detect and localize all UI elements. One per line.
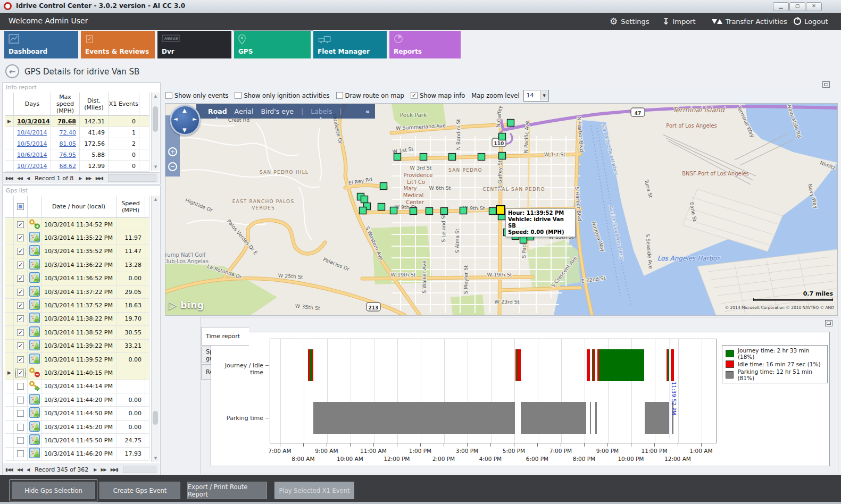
last-page-icon[interactable]: ▶▶▮ [109, 467, 120, 472]
gps-marker[interactable] [520, 237, 527, 243]
max-speed-link[interactable]: 76.95 [60, 152, 77, 158]
column-header-datetime[interactable]: Date / hour (local) [41, 196, 116, 218]
checkbox[interactable] [336, 92, 343, 99]
gps-row[interactable]: ✓10/3/2014 11:36:22 PM13.28 [5, 258, 149, 272]
selected-gps-marker[interactable] [496, 206, 505, 214]
column-header-days[interactable]: Days [14, 93, 51, 116]
scroll-up-icon[interactable]: ▲ [152, 197, 160, 201]
next-fast-icon[interactable]: ▶▶ [84, 176, 93, 181]
prev-page-icon[interactable]: ◀ [24, 176, 31, 181]
import-button[interactable]: ↧ Import [662, 13, 696, 30]
minimize-button[interactable]: ▁ [773, 2, 789, 11]
map-option-draw-route-on-map[interactable]: Draw route on map [336, 92, 404, 99]
gps-row[interactable]: ✓10/3/2014 11:38:22 PM19.70 [5, 313, 149, 326]
checkbox[interactable]: ✓ [411, 92, 418, 99]
max-speed-link[interactable]: 81.05 [60, 140, 77, 147]
gps-row[interactable]: 10/3/2014 11:44:50 PM0.00 [5, 407, 149, 420]
row-checkbox[interactable] [17, 450, 24, 457]
checkbox[interactable] [165, 92, 172, 99]
row-checkbox[interactable]: ✓ [17, 262, 24, 268]
day-link[interactable]: 10/7/2014 [17, 163, 47, 170]
map-style-road[interactable]: Road▲ [208, 107, 227, 115]
next-page-icon[interactable]: ▶ [91, 467, 98, 472]
gps-marker[interactable] [420, 154, 427, 161]
gps-row[interactable]: ▶✓10/3/2014 11:40:15 PM [5, 366, 149, 380]
settings-button[interactable]: ⚙ Settings [610, 13, 650, 30]
tab-fleet-manager[interactable]: Fleet Manager [313, 31, 387, 58]
row-checkbox[interactable]: ✓ [17, 248, 24, 255]
export-print-route-report-button[interactable]: Export / Print Route Report [187, 482, 267, 499]
map-toolbar-collapse[interactable]: « [365, 107, 375, 115]
gps-marker[interactable] [426, 208, 433, 215]
gps-row[interactable]: ✓10/3/2014 11:36:52 PM0.00 [5, 272, 149, 285]
gps-marker[interactable] [380, 183, 387, 190]
row-checkbox[interactable]: ✓ [17, 275, 24, 282]
gps-marker[interactable] [361, 196, 368, 203]
row-checkbox[interactable]: ✓ [17, 342, 24, 349]
row-checkbox[interactable]: ✓ [17, 302, 24, 309]
next-fast-icon[interactable]: ▶▶ [98, 467, 108, 472]
scrollbar-thumb[interactable] [153, 411, 158, 425]
hide-gps-selection-button[interactable]: Hide Gps Selection [12, 482, 95, 499]
gps-list-scrollbar[interactable]: ▲ ▼ [151, 196, 160, 462]
gps-row[interactable]: ✓10/3/2014 11:39:22 PM33.21 [5, 340, 149, 353]
scrollbar-thumb[interactable] [153, 106, 158, 132]
row-checkbox[interactable] [17, 397, 24, 404]
pager-hscrollbar[interactable] [123, 466, 156, 473]
compass-control[interactable]: ▲ ▼ ◄ ► [170, 105, 201, 136]
gps-row[interactable]: ✓10/3/2014 11:34:52 PM [5, 218, 149, 231]
row-checkbox[interactable] [17, 383, 24, 390]
gps-row[interactable]: 10/3/2014 11:44:14 PM [5, 380, 149, 393]
row-checkbox[interactable]: ✓ [17, 315, 24, 322]
gps-marker[interactable] [410, 208, 417, 215]
gps-marker[interactable] [378, 204, 385, 211]
tab-dvr[interactable]: MERGEDvr [157, 31, 231, 58]
maximize-button[interactable]: ▢ [789, 2, 805, 11]
day-link[interactable]: 10/4/2014 [17, 129, 47, 136]
row-checkbox[interactable]: ✓ [17, 329, 24, 336]
day-link[interactable]: 10/5/2014 [17, 140, 47, 147]
table-row[interactable]: 10/4/201472.4041.491 [5, 127, 149, 138]
table-row[interactable]: ▶10/3/201478.68142.310 [5, 116, 149, 127]
map-zoom-select[interactable]: 14 ▼ [523, 90, 549, 102]
select-all-checkbox[interactable] [17, 203, 24, 210]
gps-marker[interactable] [390, 207, 397, 214]
prev-fast-icon[interactable]: ◀◀ [15, 467, 24, 472]
gps-row[interactable]: ✓10/3/2014 11:38:52 PM30.55 [5, 326, 149, 339]
map[interactable]: Crest RdMiraleste DrPeck ParkW Summerlan… [165, 103, 838, 316]
column-header-max[interactable]: Max speed (MPH) [51, 93, 80, 116]
gps-row[interactable]: ✓10/3/2014 11:39:52 PM0.00 [5, 353, 149, 366]
scroll-down-icon[interactable]: ▼ [152, 456, 160, 460]
gps-row[interactable]: ✓10/3/2014 11:37:22 PM29.05 [5, 285, 149, 299]
max-speed-link[interactable]: 68.62 [60, 163, 77, 170]
tab-reports[interactable]: Reports [389, 31, 461, 58]
map-option-show-only-ignition-activities[interactable]: Show only ignition activities [235, 92, 329, 99]
first-page-icon[interactable]: ▮◀◀ [3, 176, 15, 181]
gps-row[interactable]: ✓10/3/2014 11:37:52 PM18.63 [5, 299, 149, 312]
gps-row[interactable]: ✓10/3/2014 11:35:22 PM11.97 [5, 231, 149, 245]
gps-row[interactable]: 10/3/2014 11:44:20 PM0.00 [5, 393, 149, 407]
row-checkbox[interactable]: ✓ [17, 289, 24, 296]
pan-down-icon[interactable]: ▼ [182, 127, 187, 133]
map-option-show-map-info[interactable]: ✓Show map info [411, 92, 465, 99]
tab-dashboard[interactable]: Dashboard [4, 31, 78, 58]
map-style-aerial[interactable]: Aerial [235, 107, 254, 115]
logout-button[interactable]: Logout [794, 13, 828, 30]
zoom-out-icon[interactable]: − [168, 162, 177, 171]
day-link[interactable]: 10/3/2014 [17, 118, 50, 125]
gps-marker[interactable] [507, 120, 514, 127]
gps-row[interactable]: 10/3/2014 11:45:20 PM0.00 [5, 421, 149, 434]
gps-marker[interactable] [360, 207, 367, 214]
row-checkbox[interactable] [17, 424, 24, 431]
gps-row[interactable]: 10/3/2014 11:46:20 PM17.93 [5, 448, 149, 461]
zoom-in-icon[interactable]: + [168, 147, 177, 156]
map-labels-toggle[interactable]: Labels▲ [311, 107, 332, 115]
info-report-scrollbar[interactable]: ▲ ▼ [151, 93, 160, 171]
scroll-up-icon[interactable]: ▲ [152, 94, 160, 98]
back-button[interactable]: ← [5, 64, 19, 78]
max-speed-link[interactable]: 78.68 [57, 118, 76, 125]
map-panel-collapse-button[interactable] [822, 81, 830, 88]
next-page-icon[interactable]: ▶ [77, 176, 84, 181]
row-checkbox[interactable]: ✓ [17, 221, 24, 228]
scroll-down-icon[interactable]: ▼ [152, 165, 160, 169]
